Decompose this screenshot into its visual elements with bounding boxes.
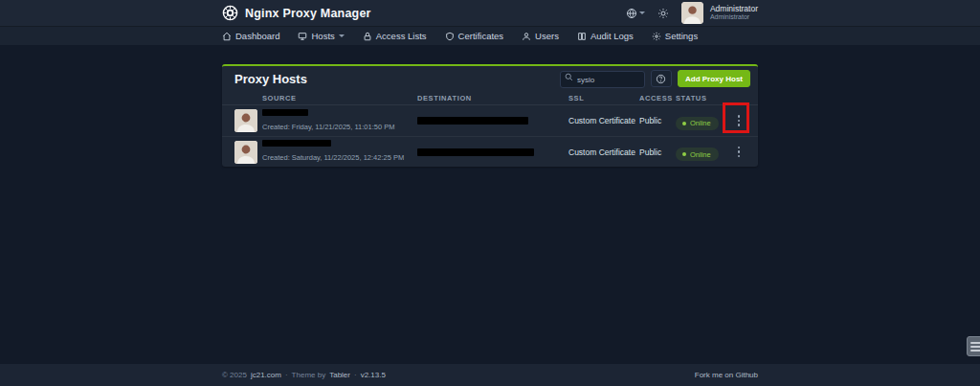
tabler-link[interactable]: Tabler (329, 371, 350, 379)
online-dot-icon (682, 152, 686, 156)
nav-item-access-lists[interactable]: Access Lists (363, 31, 427, 41)
proxy-hosts-card: Proxy Hosts Add Proxy Host Source Destin… (222, 64, 758, 167)
nav-item-dashboard[interactable]: Dashboard (222, 31, 279, 41)
jc21-link[interactable]: jc21.com (251, 371, 281, 379)
user-menu[interactable]: Administrator Administrator (681, 2, 758, 24)
user-role: Administrator (710, 13, 758, 21)
column-header-access: Access (639, 94, 676, 102)
column-header-ssl: SSL (568, 94, 639, 102)
created-date: Created: Friday, 11/21/2025, 11:01:50 PM (262, 123, 394, 131)
status-badge: Online (676, 148, 719, 161)
npm-logo-icon (222, 5, 238, 21)
monitor-icon (298, 32, 307, 41)
version-label: v2.13.5 (361, 371, 386, 379)
chevron-down-icon (639, 11, 645, 14)
ssl-cell: Custom Certificate (568, 148, 639, 157)
help-circle-icon (656, 74, 666, 84)
nav-item-users[interactable]: Users (522, 31, 559, 41)
kebab-menu-icon (738, 147, 741, 149)
book-icon (577, 32, 587, 41)
theme-toggle-button[interactable] (657, 8, 669, 19)
status-badge: Online (676, 117, 719, 130)
redacted-source-text (262, 140, 331, 147)
destination-cell (417, 117, 568, 125)
app-header: Nginx Proxy Manager (0, 0, 980, 26)
theme-credit: Theme by (292, 371, 326, 379)
search-input[interactable] (560, 71, 645, 88)
created-date: Created: Saturday, 11/22/2025, 12:42:25 … (262, 153, 404, 162)
row-actions-menu-button[interactable] (732, 142, 746, 163)
globe-icon (626, 8, 637, 19)
user-avatar (681, 2, 703, 24)
nav-item-audit-logs[interactable]: Audit Logs (577, 31, 634, 41)
page-footer: © 2025 jc21.com · Theme by Tabler · v2.1… (0, 364, 980, 386)
row-actions-menu-button[interactable] (732, 110, 746, 131)
chevron-down-icon (339, 34, 345, 37)
status-cell: Online (676, 143, 729, 161)
user-name: Administrator (710, 5, 758, 14)
lines-icon (970, 342, 980, 344)
redacted-destination-text (417, 117, 528, 125)
table-header-row: Source Destination SSL Access Status (222, 91, 758, 105)
access-cell: Public (639, 148, 676, 157)
ssl-cell: Custom Certificate (568, 116, 639, 125)
redacted-destination-text (417, 148, 534, 156)
column-header-status: Status (676, 94, 729, 102)
table-row[interactable]: Created: Saturday, 11/22/2025, 12:42:25 … (222, 136, 758, 167)
app-title: Nginx Proxy Manager (245, 7, 371, 20)
app-brand: Nginx Proxy Manager (222, 5, 371, 21)
add-proxy-host-button[interactable]: Add Proxy Host (678, 70, 750, 87)
source-cell: Created: Saturday, 11/22/2025, 12:42:25 … (262, 140, 417, 164)
language-globe-button[interactable] (626, 8, 645, 19)
github-fork-link[interactable]: Fork me on Github (695, 371, 758, 379)
nav-item-hosts[interactable]: Hosts (298, 31, 344, 41)
page-title: Proxy Hosts (234, 72, 560, 86)
sun-icon (657, 8, 669, 19)
main-nav: Dashboard Hosts Access Lists Certificate… (0, 26, 980, 45)
owner-avatar (234, 109, 257, 132)
table-row[interactable]: Created: Friday, 11/21/2025, 11:01:50 PM… (222, 105, 758, 136)
source-cell: Created: Friday, 11/21/2025, 11:01:50 PM (262, 109, 417, 133)
lock-icon (363, 32, 372, 41)
gear-icon (652, 32, 661, 41)
column-header-source: Source (262, 94, 417, 102)
browser-extension-button[interactable] (967, 336, 980, 356)
destination-cell (417, 148, 568, 156)
copyright-text: © 2025 (222, 371, 247, 379)
online-dot-icon (682, 122, 686, 125)
nav-item-settings[interactable]: Settings (652, 31, 698, 41)
home-icon (222, 32, 232, 41)
shield-icon (445, 32, 455, 41)
help-button[interactable] (651, 70, 672, 87)
owner-avatar (234, 141, 257, 164)
column-header-destination: Destination (417, 94, 568, 102)
nav-item-certificates[interactable]: Certificates (445, 31, 504, 41)
user-icon (522, 32, 531, 41)
access-cell: Public (639, 116, 676, 125)
status-cell: Online (676, 112, 729, 130)
redacted-source-text (262, 109, 308, 116)
kebab-menu-icon (738, 115, 741, 118)
